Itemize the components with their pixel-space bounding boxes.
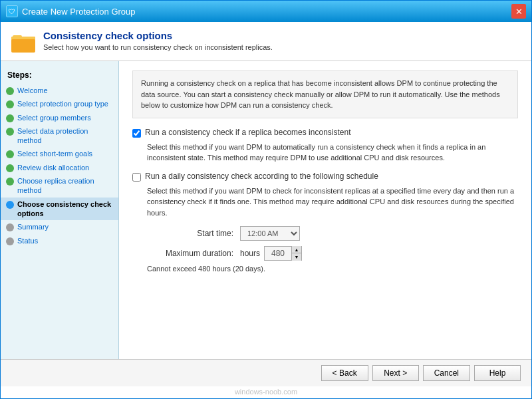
hours-label: hours xyxy=(240,249,260,258)
main-content: Steps: Welcome Select protection group t… xyxy=(1,61,531,359)
start-time-select[interactable]: 12:00 AM 1:00 AM 2:00 AM xyxy=(240,226,300,241)
sidebar-label-short-term-goals: Select short-term goals xyxy=(17,149,92,158)
main-window: 🛡 Create New Protection Group ✕ Consiste… xyxy=(0,0,532,399)
sidebar-item-consistency-check[interactable]: Choose consistency check options xyxy=(1,198,118,221)
watermark: windows-noob.com xyxy=(1,386,531,398)
close-button[interactable]: ✕ xyxy=(511,4,526,19)
header-subtitle: Select how you want to run consistency c… xyxy=(43,43,273,51)
option1-row: Run a consistency check if a replica bec… xyxy=(132,128,518,138)
spinner-down-button[interactable]: ▼ xyxy=(292,253,301,261)
sidebar-item-short-term-goals[interactable]: Select short-term goals xyxy=(1,147,118,160)
content-area: Running a consistency check on a replica… xyxy=(119,61,531,359)
sidebar-label-protection-group-type: Select protection group type xyxy=(17,99,108,108)
info-box: Running a consistency check on a replica… xyxy=(132,70,518,118)
footer: < Back Next > Cancel Help xyxy=(1,359,531,386)
cancel-button[interactable]: Cancel xyxy=(423,365,470,381)
sidebar-item-protection-group-type[interactable]: Select protection group type xyxy=(1,97,118,110)
max-duration-input-row: hours 480 ▲ ▼ xyxy=(240,246,518,261)
sidebar-item-summary[interactable]: Summary xyxy=(1,220,118,233)
sidebar-label-consistency-check: Choose consistency check options xyxy=(17,200,112,219)
window-title: Create New Protection Group xyxy=(22,7,136,17)
step-icon-consistency-check xyxy=(6,201,14,209)
sidebar-item-replica-creation[interactable]: Choose replica creation method xyxy=(1,174,118,198)
sidebar-item-status[interactable]: Status xyxy=(1,234,118,247)
sidebar-item-disk-allocation[interactable]: Review disk allocation xyxy=(1,161,118,174)
start-time-label: Start time: xyxy=(147,229,233,238)
step-icon-welcome xyxy=(6,87,14,95)
step-icon-status xyxy=(6,237,14,245)
step-icon-summary xyxy=(6,223,14,231)
title-bar: 🛡 Create New Protection Group ✕ xyxy=(1,1,531,22)
header-text: Consistency check options Select how you… xyxy=(43,30,273,51)
svg-rect-3 xyxy=(13,35,22,39)
sidebar: Steps: Welcome Select protection group t… xyxy=(1,61,119,359)
step-icon-short-term-goals xyxy=(6,150,14,158)
step-icon-disk-allocation xyxy=(6,164,14,172)
title-bar-left: 🛡 Create New Protection Group xyxy=(6,5,136,17)
sidebar-item-welcome[interactable]: Welcome xyxy=(1,84,118,97)
duration-value: 480 xyxy=(265,249,291,258)
schedule-grid: Start time: 12:00 AM 1:00 AM 2:00 AM Max… xyxy=(147,226,518,261)
header-section: Consistency check options Select how you… xyxy=(1,22,531,61)
header-icon xyxy=(11,30,35,54)
steps-label: Steps: xyxy=(1,68,118,84)
option2-checkbox[interactable] xyxy=(132,173,141,182)
step-icon-group-members xyxy=(6,114,14,122)
sidebar-item-group-members[interactable]: Select group members xyxy=(1,111,118,124)
option2-row: Run a daily consistency check according … xyxy=(132,172,518,182)
sidebar-label-replica-creation: Choose replica creation method xyxy=(17,176,112,196)
step-icon-replica-creation xyxy=(6,178,14,186)
help-button[interactable]: Help xyxy=(474,365,521,381)
option1-description: Select this method if you want DPM to au… xyxy=(147,142,518,164)
option2-label: Run a daily consistency check according … xyxy=(145,172,378,181)
option1-label: Run a consistency check if a replica bec… xyxy=(145,128,351,137)
duration-spinner: 480 ▲ ▼ xyxy=(264,246,302,261)
max-duration-label: Maximum duration: xyxy=(147,249,233,258)
spinner-buttons: ▲ ▼ xyxy=(291,246,301,261)
svg-rect-2 xyxy=(11,39,35,51)
option2-description: Select this method if you want DPM to ch… xyxy=(147,186,518,219)
sidebar-label-group-members: Select group members xyxy=(17,113,91,122)
next-button[interactable]: Next > xyxy=(372,365,419,381)
sidebar-item-data-protection-method[interactable]: Select data protection method xyxy=(1,124,118,148)
sidebar-label-status: Status xyxy=(17,236,38,245)
sidebar-label-summary: Summary xyxy=(17,222,49,231)
app-icon: 🛡 xyxy=(6,5,18,17)
header-title: Consistency check options xyxy=(43,30,273,41)
sidebar-label-welcome: Welcome xyxy=(17,86,48,95)
start-time-input-row: 12:00 AM 1:00 AM 2:00 AM xyxy=(240,226,518,241)
info-text: Running a consistency check on a replica… xyxy=(141,79,500,109)
sidebar-label-data-protection-method: Select data protection method xyxy=(17,126,112,146)
sidebar-label-disk-allocation: Review disk allocation xyxy=(17,163,89,172)
spinner-up-button[interactable]: ▲ xyxy=(292,246,301,253)
step-icon-protection-group-type xyxy=(6,100,14,108)
step-icon-data-protection-method xyxy=(6,128,14,136)
back-button[interactable]: < Back xyxy=(321,365,368,381)
option1-checkbox[interactable] xyxy=(132,129,141,138)
max-note: Cannot exceed 480 hours (20 days). xyxy=(147,265,518,273)
